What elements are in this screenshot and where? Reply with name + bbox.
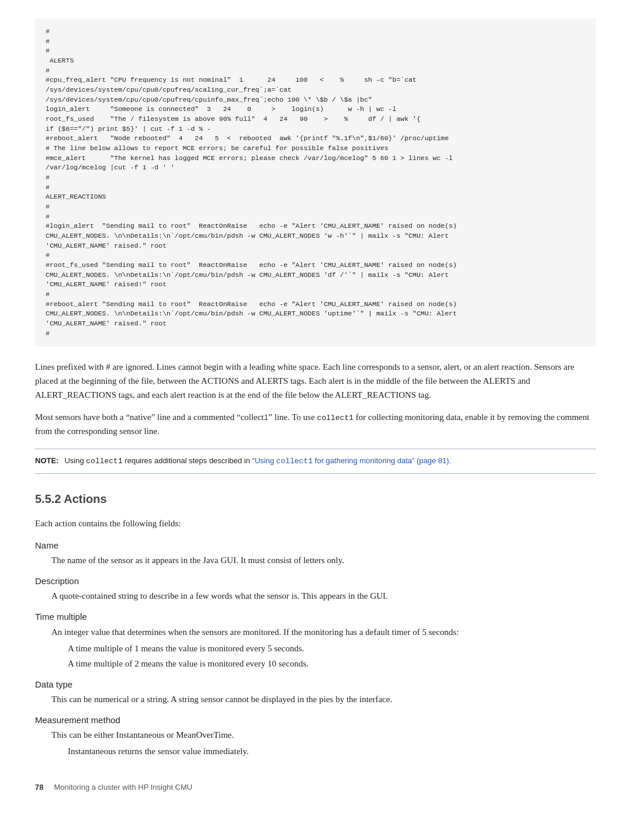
code-block: # # # ALERTS # #cpu_freq_alert "CPU freq…	[35, 19, 596, 347]
note-link[interactable]: “Using collect1 for gathering monitoring…	[252, 456, 452, 465]
body-paragraph-1: Lines prefixed with # are ignored. Lines…	[35, 360, 596, 402]
page-number: 78	[35, 782, 43, 793]
field-desc-time-multiple: An integer value that determines when th…	[51, 625, 596, 639]
field-desc-description: A quote-contained string to describe in …	[51, 589, 596, 603]
body-paragraph-2: Most sensors have both a “native” line a…	[35, 410, 596, 439]
note-text: Using collect1 requires additional steps…	[64, 455, 451, 467]
section-heading: 5.5.2 Actions	[35, 490, 596, 508]
note-label: NOTE:	[35, 455, 58, 467]
section-intro: Each action contains the following field…	[35, 516, 596, 530]
field-desc-data-type: This can be numerical or a string. A str…	[51, 692, 596, 706]
footer-text: Monitoring a cluster with HP Insight CMU	[54, 782, 192, 793]
field-name-time-multiple: Time multiple	[35, 610, 596, 623]
subitem-measurement-1: Instantaneous returns the sensor value i…	[68, 744, 596, 758]
field-name-measurement: Measurement method	[35, 713, 596, 727]
field-desc-name: The name of the sensor as it appears in …	[51, 553, 596, 567]
subitem-time-2: A time multiple of 2 means the value is …	[68, 657, 596, 671]
field-name-name: Name	[35, 539, 596, 552]
field-name-description: Description	[35, 574, 596, 588]
field-desc-measurement: This can be either Instantaneous or Mean…	[51, 728, 596, 742]
field-name-data-type: Data type	[35, 678, 596, 691]
note-box: NOTE: Using collect1 requires additional…	[35, 449, 596, 474]
fields-list: Name The name of the sensor as it appear…	[35, 539, 596, 758]
page-footer: 78 Monitoring a cluster with HP Insight …	[35, 782, 596, 793]
subitem-time-1: A time multiple of 1 means the value is …	[68, 641, 596, 655]
